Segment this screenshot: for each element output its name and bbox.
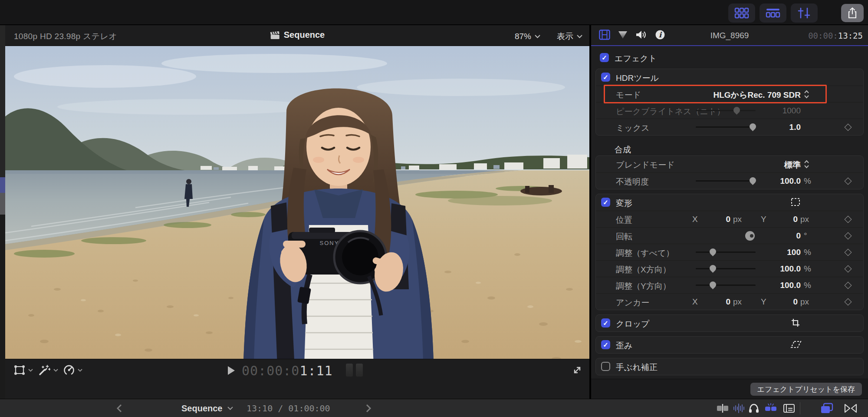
rotation-value[interactable]: 0 [743,231,801,241]
save-effect-preset-button[interactable]: エフェクトプリセットを保存 [750,383,862,396]
skimming-toggle[interactable] [716,399,729,417]
distort-group: 歪み [595,336,864,354]
zoom-level-value: 87% [515,32,531,41]
fullscreen-button[interactable] [572,365,582,377]
snapping-toggle[interactable] [764,399,778,417]
filmstrip-icon [599,30,610,40]
zoom-level-popup[interactable]: 87% [515,32,540,41]
view-options-label: 表示 [557,31,573,42]
scale-y-value[interactable]: 100.0 [743,281,801,290]
chevron-down-icon [53,369,58,372]
transform-tool-button[interactable] [14,365,33,375]
mix-value[interactable]: 1.0 [743,122,801,132]
timeline-duration: 13:10 / 01:00:00 [247,399,330,417]
inspector-view-button[interactable] [791,3,818,23]
position-y-value[interactable]: 0 [772,215,798,224]
audio-meters[interactable] [346,364,363,377]
hdr-tools-checkbox[interactable] [601,73,610,82]
scale-all-keyframe-button[interactable] [845,249,852,256]
anchor-x-value[interactable]: 0 [704,297,730,307]
transform-checkbox[interactable] [601,198,610,207]
position-x-value[interactable]: 0 [704,215,730,224]
crop-row: クロップ [596,315,863,331]
enhancements-button[interactable] [38,364,58,376]
play-button[interactable] [228,366,235,375]
share-button[interactable] [841,4,864,22]
chevron-down-icon [78,369,82,372]
audio-inspector-tab[interactable] [635,30,648,40]
clip-appearance-button[interactable] [783,399,795,417]
effects-label: エフェクト [615,53,657,64]
color-inspector-tab[interactable] [618,30,628,40]
viewer-topbar: 1080p HD 23.98p ステレオ Sequence 87% 表示 [5,25,589,46]
position-keyframe-button[interactable] [845,216,852,223]
transform-title: 変形 [616,198,632,209]
scale-all-row: 調整（すべて） 100 % [596,244,863,260]
effects-checkbox[interactable] [600,53,609,62]
chevron-right-icon [365,404,372,413]
rotation-keyframe-button[interactable] [845,232,852,240]
scale-all-thumb[interactable] [708,247,717,256]
anchor-x-label: X [692,297,698,307]
distort-osc-button[interactable] [790,340,802,351]
chevron-left-icon [116,404,122,413]
view-options-popup[interactable]: 表示 [557,31,582,42]
hdr-tools-title: HDRツール [616,73,659,84]
anchor-y-value[interactable]: 0 [772,297,798,307]
blend-mode-row: ブレンドモード 標準 [596,156,863,172]
top-toolbar [0,0,868,25]
chevron-down-icon [28,369,33,372]
video-inspector-tab[interactable] [599,30,610,40]
opacity-keyframe-button[interactable] [845,178,852,185]
popup-chevrons-icon [804,90,809,99]
crop-icon [790,318,801,328]
mix-keyframe-button[interactable] [845,124,852,131]
browser-view-button[interactable] [728,3,755,23]
inspector-timecode: 00:00:13:25 [808,31,863,40]
stabilization-group: 手ぶれ補正 [595,358,864,375]
effects-browser-toggle[interactable] [820,399,833,417]
sequence-popup[interactable]: Sequence [181,399,233,417]
stabilization-checkbox[interactable] [601,362,610,371]
crop-osc-button[interactable] [790,318,801,329]
scale-all-value[interactable]: 100 [743,248,801,257]
compositing-group: ブレンドモード 標準 不透明度 100.0 % [595,156,864,189]
transform-osc-button[interactable] [790,197,801,208]
scale-x-unit: % [804,264,811,274]
distort-checkbox[interactable] [601,340,610,349]
next-item-button[interactable] [365,399,372,417]
retime-gauge-icon [63,365,75,375]
transitions-browser-toggle[interactable] [844,399,857,417]
audio-skimming-toggle[interactable] [733,399,745,417]
effects-header-row: エフェクト [595,50,865,67]
info-inspector-tab[interactable]: i [655,30,665,40]
inspector-topbar: i IMG_8969 00:00:13:25 [591,25,868,46]
scale-x-value[interactable]: 100.0 [743,264,801,274]
inspector-panel: i IMG_8969 00:00:13:25 エフェクト HDRツール モード … [590,25,868,399]
timeline-view-button[interactable] [760,3,786,23]
anchor-x-unit: px [733,297,742,307]
solo-toggle[interactable] [748,399,760,417]
previous-item-button[interactable] [116,399,122,417]
timeline-bar: Sequence 13:10 / 01:00:00 [0,399,868,417]
anchor-y-label: Y [761,297,766,307]
skimming-icon [716,404,729,413]
viewer-transport-bar: 00:00:01:11 [5,359,589,381]
blend-mode-popup[interactable]: 標準 [743,159,801,171]
position-y-unit: px [800,215,809,224]
scale-y-keyframe-button[interactable] [845,282,852,289]
headphones-icon [748,403,760,414]
opacity-value[interactable]: 100.0 [743,176,801,186]
effects-browser-icon [820,403,833,414]
panel-edge-top [0,25,5,177]
anchor-keyframe-button[interactable] [845,298,852,306]
panel-edge-gray [0,193,5,215]
scale-y-thumb[interactable] [708,280,717,289]
transform-group: 変形 位置 X 0 px Y 0 px 回転 0 [595,194,864,310]
crop-checkbox[interactable] [601,318,610,328]
scale-x-keyframe-button[interactable] [845,265,852,273]
mode-popup[interactable]: HLGからRec. 709 SDR [674,89,801,101]
chevron-down-icon [227,407,233,410]
scale-x-thumb[interactable] [708,264,717,273]
retime-button[interactable] [63,365,82,375]
